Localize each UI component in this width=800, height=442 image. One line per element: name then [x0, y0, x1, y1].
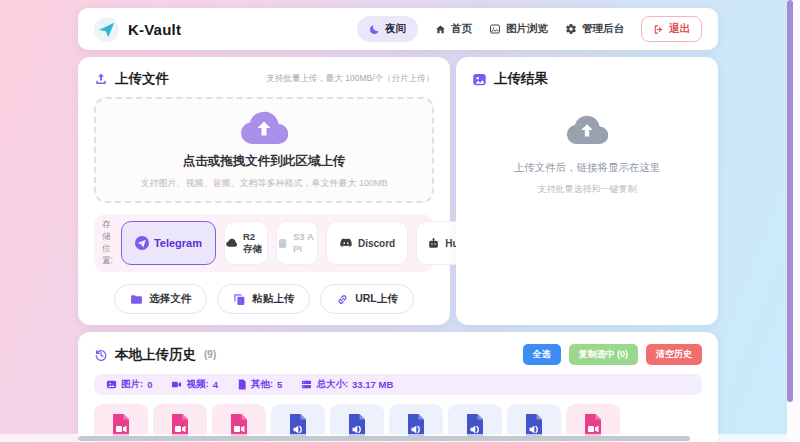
paste-upload-button[interactable]: 粘贴上传: [217, 284, 310, 314]
url-upload-button[interactable]: URL上传: [320, 284, 414, 314]
image-stat-icon: [106, 379, 117, 390]
nav-admin[interactable]: 管理后台: [565, 22, 624, 36]
results-empty-title: 上传文件后，链接将显示在这里: [472, 161, 702, 175]
storage-location-row: 存储位置: Telegram R2 存储 S3 API: [94, 214, 434, 272]
history-header: 本地上传历史 (9) 全选 复制选中 (0) 清空历史: [94, 344, 702, 365]
video-stat-icon: [171, 379, 182, 390]
cloud-upload-gray-icon: [566, 115, 608, 145]
horizontal-scrollbar-track[interactable]: [0, 434, 787, 442]
dropzone-subtitle: 支持图片、视频、音频、文档等多种格式，单文件最大 100MB: [140, 177, 387, 190]
history-title: 本地上传历史: [115, 346, 196, 364]
storage-stat-icon: [301, 379, 312, 390]
logout-button[interactable]: 退出: [641, 16, 702, 42]
copy-selected-button[interactable]: 复制选中 (0): [569, 344, 639, 365]
history-buttons: 全选 复制选中 (0) 清空历史: [523, 344, 703, 365]
storage-discord-label: Discord: [358, 238, 395, 249]
stat-others: 其他: 5: [237, 378, 282, 391]
choose-file-button[interactable]: 选择文件: [114, 284, 207, 314]
stat-images-label: 图片:: [121, 378, 143, 391]
robot-icon: [427, 237, 440, 250]
nav-admin-label: 管理后台: [582, 22, 624, 36]
header-bar: K-Vault 夜间 首页 图片浏览: [78, 8, 718, 50]
database-icon: [277, 238, 288, 249]
storage-label: 存储位置:: [102, 219, 113, 267]
app-title: K-Vault: [128, 21, 181, 38]
nav-home-label: 首页: [451, 22, 472, 36]
upload-card-title: 上传文件: [115, 70, 169, 88]
stat-total-size-label: 总大小:: [316, 378, 348, 391]
home-icon: [435, 24, 446, 35]
select-all-button[interactable]: 全选: [523, 344, 561, 365]
storage-s3-label: S3 API: [293, 231, 317, 255]
app-logo-icon: [94, 17, 119, 42]
stat-videos-value: 4: [213, 379, 218, 390]
logout-icon: [653, 24, 664, 35]
nav-gallery-label: 图片浏览: [506, 22, 548, 36]
storage-option-r2[interactable]: R2 存储: [224, 221, 268, 265]
page: K-Vault 夜间 首页 图片浏览: [0, 0, 800, 442]
results-empty-subtitle: 支持批量选择和一键复制: [472, 183, 702, 196]
history-card: 本地上传历史 (9) 全选 复制选中 (0) 清空历史 图片: 0 视频:: [78, 332, 718, 442]
folder-icon: [130, 293, 143, 306]
storage-option-s3[interactable]: S3 API: [276, 221, 318, 265]
paste-upload-label: 粘贴上传: [252, 292, 294, 306]
history-stats-bar: 图片: 0 视频: 4 其他: 5 总大小:: [94, 374, 702, 395]
stat-others-label: 其他:: [251, 378, 273, 391]
stat-total-size-value: 33.17 MB: [352, 379, 393, 390]
results-card: 上传结果 上传文件后，链接将显示在这里 支持批量选择和一键复制: [456, 57, 718, 325]
vertical-scrollbar-track[interactable]: [787, 0, 800, 442]
gallery-icon: [489, 23, 501, 35]
stat-images: 图片: 0: [106, 378, 152, 391]
history-icon: [94, 348, 108, 362]
nav-gallery[interactable]: 图片浏览: [489, 22, 548, 36]
stat-total-size: 总大小: 33.17 MB: [301, 378, 393, 391]
cloud-icon: [225, 237, 238, 250]
cloud-upload-icon: [240, 111, 288, 145]
vertical-scrollbar-thumb[interactable]: [787, 0, 793, 402]
nav-night-label: 夜间: [385, 22, 406, 36]
clipboard-icon: [233, 293, 246, 306]
stat-videos-label: 视频:: [186, 378, 208, 391]
url-upload-label: URL上传: [355, 292, 398, 306]
link-icon: [336, 293, 349, 306]
stat-images-value: 0: [147, 379, 152, 390]
upload-actions: 选择文件 粘贴上传 URL上传: [94, 284, 434, 314]
telegram-icon: [135, 236, 149, 250]
storage-telegram-label: Telegram: [154, 237, 202, 249]
storage-r2-label: R2 存储: [243, 231, 267, 255]
results-empty-state: 上传文件后，链接将显示在这里 支持批量选择和一键复制: [472, 115, 702, 196]
nav-home[interactable]: 首页: [435, 22, 472, 36]
discord-icon: [339, 236, 353, 250]
choose-file-label: 选择文件: [149, 292, 191, 306]
results-card-title: 上传结果: [494, 70, 548, 88]
storage-option-discord[interactable]: Discord: [326, 221, 408, 265]
upload-card: 上传文件 支持批量上传，最大 100MB/个（分片上传） 点击或拖拽文件到此区域…: [78, 57, 450, 325]
file-stat-icon: [237, 379, 247, 390]
logout-label: 退出: [669, 22, 690, 36]
gear-icon: [565, 23, 577, 35]
main-nav: 夜间 首页 图片浏览 管理后台: [357, 16, 702, 42]
storage-option-telegram[interactable]: Telegram: [121, 221, 216, 265]
results-image-icon: [472, 72, 487, 87]
history-count: (9): [204, 349, 216, 360]
results-card-header: 上传结果: [472, 70, 702, 88]
file-dropzone[interactable]: 点击或拖拽文件到此区域上传 支持图片、视频、音频、文档等多种格式，单文件最大 1…: [94, 97, 434, 203]
upload-hint: 支持批量上传，最大 100MB/个（分片上传）: [266, 73, 434, 85]
upload-icon: [94, 72, 108, 86]
moon-icon: [369, 24, 380, 35]
horizontal-scrollbar-thumb[interactable]: [78, 436, 690, 441]
nav-night-mode[interactable]: 夜间: [357, 16, 418, 42]
clear-history-button[interactable]: 清空历史: [646, 344, 702, 365]
stat-others-value: 5: [277, 379, 282, 390]
stat-videos: 视频: 4: [171, 378, 217, 391]
upload-card-header: 上传文件 支持批量上传，最大 100MB/个（分片上传）: [94, 70, 434, 88]
dropzone-title: 点击或拖拽文件到此区域上传: [183, 153, 346, 170]
